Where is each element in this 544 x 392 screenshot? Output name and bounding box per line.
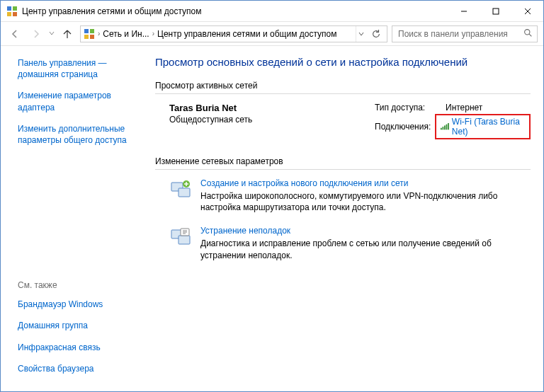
sidebar-link-sharing[interactable]: Изменить дополнительные параметры общего… xyxy=(18,123,138,146)
breadcrumb[interactable]: › Сеть и Ин... › Центр управления сетями… xyxy=(80,25,387,42)
search-input[interactable] xyxy=(397,28,519,40)
network-params-title: Изменение сетевых параметров xyxy=(155,156,531,166)
control-panel-icon xyxy=(84,28,95,40)
wifi-signal-icon xyxy=(441,123,449,130)
connections-label: Подключения: xyxy=(375,122,435,132)
address-bar: › Сеть и Ин... › Центр управления сетями… xyxy=(1,22,543,46)
see-also-title: См. также xyxy=(18,280,138,290)
page-heading: Просмотр основных сведений о сети и наст… xyxy=(155,56,531,68)
svg-rect-8 xyxy=(84,29,89,33)
svg-rect-0 xyxy=(7,6,11,11)
wifi-connection-label: Wi-Fi (Taras Buria Net) xyxy=(452,117,525,137)
troubleshoot-link[interactable]: Устранение неполадок xyxy=(200,226,531,236)
setup-connection-desc: Настройка широкополосного, коммутируемог… xyxy=(200,190,531,213)
svg-rect-14 xyxy=(441,128,442,130)
title-bar: Центр управления сетями и общим доступом xyxy=(1,1,543,22)
svg-rect-17 xyxy=(446,125,448,130)
seealso-link-firewall[interactable]: Брандмауэр Windows xyxy=(18,299,138,310)
svg-rect-3 xyxy=(13,12,17,16)
svg-line-13 xyxy=(529,34,531,36)
svg-rect-1 xyxy=(13,6,17,11)
active-networks-title: Просмотр активных сетей xyxy=(155,81,531,91)
troubleshoot-icon xyxy=(169,226,192,248)
see-also-section: См. также Брандмауэр Windows Домашняя гр… xyxy=(18,280,138,384)
sidebar-link-home[interactable]: Панель управления — домашняя страница xyxy=(18,57,138,80)
setup-connection-link[interactable]: Создание и настройка нового подключения … xyxy=(200,178,531,188)
history-dropdown[interactable] xyxy=(49,30,55,38)
seealso-link-infrared[interactable]: Инфракрасная связь xyxy=(18,342,138,353)
section-rule xyxy=(155,93,531,94)
access-type-value: Интернет xyxy=(446,103,482,113)
svg-rect-10 xyxy=(84,35,89,39)
window-controls xyxy=(448,1,543,21)
svg-rect-2 xyxy=(7,12,11,16)
svg-point-12 xyxy=(525,29,530,34)
seealso-link-browser[interactable]: Свойства браузера xyxy=(18,363,138,374)
wifi-connection-link[interactable]: Wi-Fi (Taras Buria Net) xyxy=(435,114,531,139)
troubleshoot-item: Устранение неполадок Диагностика и испра… xyxy=(155,226,531,260)
svg-rect-9 xyxy=(90,29,94,33)
minimize-button[interactable] xyxy=(448,1,480,21)
active-network-row: Taras Buria Net Общедоступная сеть Тип д… xyxy=(155,103,531,141)
svg-rect-5 xyxy=(493,8,499,14)
section-rule xyxy=(155,169,531,170)
back-button[interactable] xyxy=(6,25,23,42)
main-content: Просмотр основных сведений о сети и наст… xyxy=(149,46,543,392)
chevron-right-icon: › xyxy=(152,30,154,38)
svg-rect-11 xyxy=(90,35,94,39)
control-panel-icon xyxy=(6,6,18,17)
sidebar: Панель управления — домашняя страница Из… xyxy=(1,46,149,392)
search-icon[interactable] xyxy=(523,28,533,40)
troubleshoot-desc: Диагностика и исправление проблем с сеть… xyxy=(200,238,531,260)
network-profile: Общедоступная сеть xyxy=(169,115,353,125)
svg-rect-16 xyxy=(444,125,446,129)
network-name: Taras Buria Net xyxy=(169,103,353,113)
access-type-label: Тип доступа: xyxy=(375,103,446,113)
maximize-button[interactable] xyxy=(480,1,511,21)
svg-rect-23 xyxy=(178,236,190,244)
svg-rect-18 xyxy=(448,123,449,129)
svg-rect-15 xyxy=(443,127,444,129)
window-title: Центр управления сетями и общим доступом xyxy=(22,6,202,16)
forward-button[interactable] xyxy=(28,25,45,42)
breadcrumb-item[interactable]: Сеть и Ин... xyxy=(103,29,149,39)
refresh-button[interactable] xyxy=(368,29,384,39)
close-button[interactable] xyxy=(511,1,543,21)
chevron-right-icon: › xyxy=(98,30,100,38)
search-box[interactable] xyxy=(392,25,538,42)
breadcrumb-item[interactable]: Центр управления сетями и общим доступом xyxy=(157,29,337,39)
up-button[interactable] xyxy=(59,25,76,42)
sidebar-link-adapter[interactable]: Изменение параметров адаптера xyxy=(18,90,138,113)
svg-rect-20 xyxy=(178,188,190,197)
breadcrumb-dropdown[interactable] xyxy=(356,26,366,42)
setup-connection-icon xyxy=(169,178,192,201)
seealso-link-homegroup[interactable]: Домашняя группа xyxy=(18,320,138,331)
setup-connection-item: Создание и настройка нового подключения … xyxy=(155,178,531,213)
